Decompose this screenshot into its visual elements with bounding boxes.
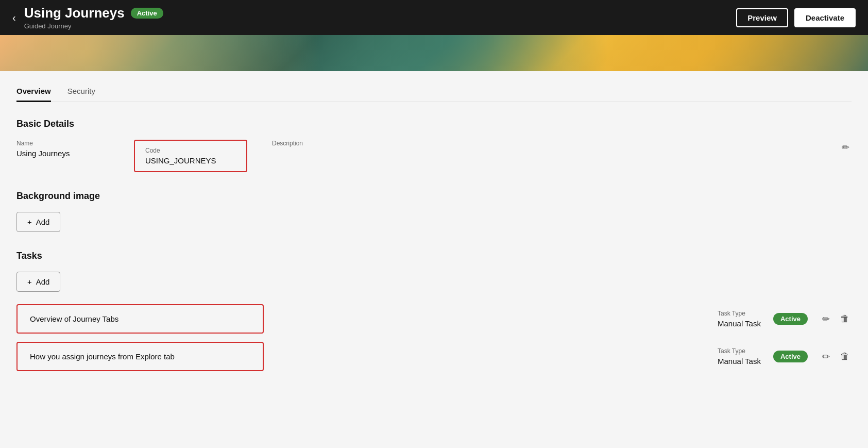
task-actions-1: ✏ 🗑 [820,311,852,327]
tab-overview[interactable]: Overview [16,81,51,102]
tasks-section: Tasks + Add Overview of Journey Tabs Tas… [16,251,852,371]
task-row: How you assign journeys from Explore tab… [16,342,852,371]
description-block: Description ✏ [272,140,852,155]
task-type-value-2: Manual Task [718,357,761,366]
task-name-1: Overview of Journey Tabs [16,304,264,334]
name-value: Using Journeys [16,149,109,158]
tasks-title: Tasks [16,251,852,261]
background-image-title: Background image [16,191,852,202]
fields-row: Name Using Journeys Code USING_JOURNEYS … [16,140,852,172]
main-content: Overview Security Basic Details Name Usi… [0,71,868,448]
header-actions: Preview Deactivate [736,8,856,27]
task-type-block-2: Task Type Manual Task [718,347,761,366]
background-image-section: Background image + Add [16,191,852,232]
plus-icon: + [27,218,32,226]
delete-task-1-button[interactable]: 🗑 [838,311,852,326]
task-name-2: How you assign journeys from Explore tab [16,342,264,371]
add-background-button[interactable]: + Add [16,212,60,232]
add-background-label: Add [36,218,50,226]
banner-image [0,35,868,71]
code-label: Code [145,147,236,154]
tabs-bar: Overview Security [16,71,852,102]
task-status-badge-1: Active [773,313,808,325]
header: ‹ Using Journeys Active Guided Journey P… [0,0,868,35]
delete-task-2-button[interactable]: 🗑 [838,349,852,364]
name-field: Name Using Journeys [16,140,109,158]
description-label: Description [272,140,365,147]
add-task-button[interactable]: + Add [16,272,60,292]
tab-security[interactable]: Security [67,81,95,102]
header-title-block: Using Journeys Active Guided Journey [24,5,737,30]
task-type-label-1: Task Type [718,310,761,317]
edit-description-button[interactable]: ✏ [840,140,852,155]
task-status-badge-2: Active [773,351,808,362]
plus-icon-tasks: + [27,277,32,286]
header-title: Using Journeys Active [24,5,737,21]
task-row: Overview of Journey Tabs Task Type Manua… [16,304,852,334]
task-type-value-1: Manual Task [718,319,761,328]
add-task-label: Add [36,277,50,286]
task-meta-2: Task Type Manual Task Active ✏ 🗑 [718,347,852,366]
status-badge: Active [131,8,163,19]
description-field: Description [272,140,365,149]
header-subtitle: Guided Journey [24,22,737,30]
deactivate-button[interactable]: Deactivate [794,8,856,27]
code-value: USING_JOURNEYS [145,156,236,165]
task-meta-1: Task Type Manual Task Active ✏ 🗑 [718,310,852,328]
back-button[interactable]: ‹ [12,12,16,24]
task-type-label-2: Task Type [718,347,761,355]
task-type-block-1: Task Type Manual Task [718,310,761,328]
edit-task-1-button[interactable]: ✏ [820,311,832,327]
code-field: Code USING_JOURNEYS [134,140,247,172]
page-title: Using Journeys [24,5,125,21]
name-label: Name [16,140,109,147]
basic-details-title: Basic Details [16,119,852,129]
basic-details-section: Basic Details Name Using Journeys Code U… [16,119,852,172]
task-actions-2: ✏ 🗑 [820,349,852,364]
preview-button[interactable]: Preview [736,8,788,27]
edit-task-2-button[interactable]: ✏ [820,349,832,364]
